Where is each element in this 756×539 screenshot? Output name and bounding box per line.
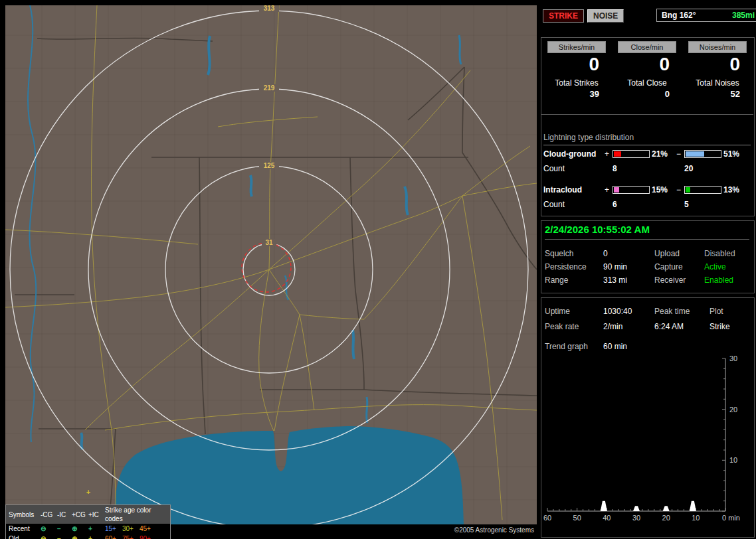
lightning-map[interactable]: + 313 219 125 31	[5, 5, 537, 524]
cloud-ground-label: Cloud-ground	[543, 149, 605, 159]
nexstorm-window: { "app": { "copyright": "©2005 Astrogeni…	[0, 0, 756, 539]
ic-negative-count: 5	[684, 200, 721, 209]
stats-row: Peak rate 2/min 6:24 AM Strike	[545, 322, 752, 331]
intracloud-label: Intracloud	[543, 185, 605, 194]
stats-row: Uptime 1030:40 Peak time Plot	[545, 307, 752, 316]
ic-positive-count: 6	[613, 200, 650, 209]
peak-time-value: 6:24 AM	[654, 322, 709, 331]
count-label: Count	[543, 200, 605, 209]
neg-cg-icon: ⊖	[41, 534, 57, 539]
pos-ic-icon: +	[88, 524, 105, 533]
plot-value: Strike	[709, 322, 752, 331]
age-code: 90+	[140, 534, 151, 539]
range-ring-label: 31	[265, 239, 273, 246]
legend-col-nic: -IC	[57, 510, 72, 519]
cloud-ground-count-row: Count 8 20	[543, 164, 752, 173]
total-close-value: 0	[614, 89, 680, 99]
ic-negative-pct: 13%	[721, 185, 752, 194]
persistence-value: 90 min	[603, 262, 654, 271]
range-label: Range	[545, 275, 603, 285]
close-per-min-value: 0	[614, 53, 680, 76]
age-code: 60+	[105, 534, 116, 539]
divider	[541, 114, 753, 115]
svg-text:20: 20	[662, 514, 670, 522]
ic-positive-pct: 15%	[650, 185, 676, 194]
ic-positive-bar	[613, 186, 650, 194]
svg-text:30: 30	[729, 354, 737, 362]
legend-header-row: Symbols -CG -IC +CG +IC Strike age color…	[6, 505, 170, 524]
map-svg: + 313 219 125 31	[5, 5, 537, 524]
strikes-per-min-value: 0	[543, 53, 610, 76]
squelch-value: 0	[603, 249, 654, 258]
legend-age-header: Strike age color codes	[105, 506, 167, 523]
trend-window-value: 60 min	[603, 342, 752, 351]
upload-status: Disabled	[704, 249, 752, 258]
range-ring-label: 219	[264, 84, 275, 92]
svg-text:20: 20	[729, 406, 737, 414]
svg-text:10: 10	[692, 514, 700, 522]
negative-sign: −	[676, 185, 684, 194]
range-value: 313 mi	[603, 275, 654, 285]
positive-sign: +	[605, 149, 613, 159]
trend-graph: 6050403020100 min302010	[542, 353, 749, 529]
pos-ic-icon: +	[88, 534, 105, 539]
positive-sign: +	[605, 185, 613, 194]
total-noises-value: 52	[684, 89, 751, 99]
intracloud-row: Intracloud + 15% − 13%	[543, 185, 752, 194]
age-code: 15+	[105, 524, 116, 533]
capture-label: Capture	[654, 262, 704, 271]
age-code: 75+	[122, 534, 134, 539]
svg-text:50: 50	[573, 514, 581, 522]
age-code: 45+	[140, 524, 151, 533]
peak-rate-label: Peak rate	[545, 322, 603, 331]
negative-sign: −	[676, 149, 684, 159]
svg-text:10: 10	[729, 456, 737, 464]
settings-row: Persistence 90 min Capture Active	[545, 262, 752, 271]
cg-negative-pct: 51%	[721, 149, 752, 159]
cg-negative-count: 20	[684, 164, 721, 173]
trend-graph-label: Trend graph	[545, 342, 603, 351]
legend-row-label: Recent	[9, 524, 41, 533]
strikes-per-min-button[interactable]: Strikes/min	[547, 41, 606, 53]
trend-graph-header: Trend graph 60 min	[545, 342, 752, 351]
close-per-min-button[interactable]: Close/min	[618, 41, 676, 53]
intracloud-count-row: Count 6 5	[543, 200, 752, 209]
svg-text:30: 30	[632, 514, 640, 522]
uptime-value: 1030:40	[603, 307, 654, 316]
svg-text:60: 60	[543, 514, 551, 522]
cg-negative-bar	[684, 150, 721, 158]
bearing-label: Bng 162°	[662, 11, 696, 20]
ic-negative-bar	[684, 186, 721, 194]
count-label: Count	[543, 164, 605, 173]
uptime-label: Uptime	[545, 307, 603, 316]
pos-cg-icon: ⊕	[72, 534, 88, 539]
peak-rate-value: 2/min	[603, 322, 654, 331]
svg-text:40: 40	[603, 514, 611, 522]
legend-old-row: Old ⊖ − ⊕ + 60+ 75+ 90+	[6, 534, 170, 539]
capture-status: Active	[704, 262, 752, 271]
neg-ic-icon: −	[57, 524, 72, 533]
cg-positive-count: 8	[613, 164, 650, 173]
cg-positive-bar	[613, 150, 650, 158]
clock-readout: 2/24/2026 10:55:02 AM	[545, 224, 749, 240]
rate-counters: Strikes/min Close/min Noises/min 0 0 0 T…	[541, 41, 753, 99]
total-strikes-value: 39	[543, 89, 610, 99]
legend-recent-row: Recent ⊖ − ⊕ + 15+ 30+ 45+	[6, 524, 170, 534]
neg-ic-icon: −	[57, 534, 72, 539]
range-ring-label: 313	[264, 5, 275, 12]
total-close-label: Total Close	[614, 78, 680, 88]
legend-col-ncg: -CG	[41, 510, 57, 519]
legend-col-pcg: +CG	[72, 510, 88, 519]
receiver-label: Receiver	[654, 275, 704, 285]
noise-toggle-button[interactable]: NOISE	[587, 9, 624, 23]
legend-row-label: Old	[9, 534, 41, 539]
bearing-range: 385mi	[732, 11, 755, 20]
peak-time-label: Peak time	[654, 307, 709, 316]
svg-text:0 min: 0 min	[722, 514, 740, 522]
upload-label: Upload	[654, 249, 704, 258]
strike-toggle-button[interactable]: STRIKE	[543, 9, 584, 23]
noises-per-min-button[interactable]: Noises/min	[688, 41, 747, 53]
persistence-label: Persistence	[545, 262, 603, 271]
legend-col-pic: +IC	[88, 510, 105, 519]
total-strikes-label: Total Strikes	[543, 78, 610, 88]
